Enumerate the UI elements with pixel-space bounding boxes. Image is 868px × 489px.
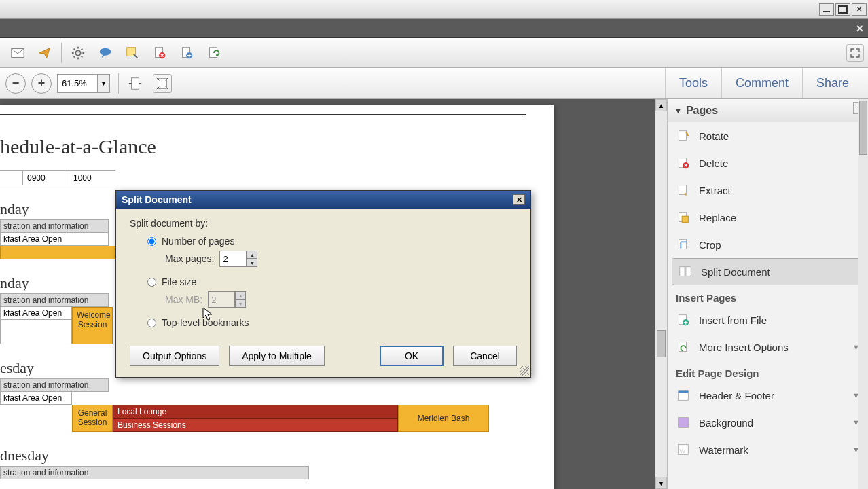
tab-close-button[interactable]: ✕ (856, 23, 864, 34)
header-footer[interactable]: Header & Footer ▼ (668, 382, 868, 409)
zoom-input[interactable] (57, 74, 98, 93)
svg-rect-16 (682, 216, 688, 222)
sched-breakfast: kfast Area Open (0, 392, 72, 405)
business-sessions-block: Business Sessions (113, 418, 398, 432)
dialog-title-label: Split Document (122, 194, 192, 205)
toolbar-separator (61, 43, 62, 63)
window-maximize-button[interactable] (835, 3, 850, 16)
time-header: 0900 (23, 171, 69, 185)
spin-up-button: ▲ (235, 291, 246, 300)
radio-filesize-label: File size (162, 276, 196, 287)
split-document-dialog: Split Document ✕ Split document by: Numb… (115, 190, 531, 378)
email-icon[interactable] (8, 43, 27, 62)
header-footer-icon (676, 388, 691, 403)
spin-down-button[interactable]: ▼ (247, 259, 257, 267)
resize-grip[interactable] (520, 366, 529, 376)
dialog-close-button[interactable]: ✕ (513, 194, 525, 205)
watermark[interactable]: W Watermark ▼ (668, 436, 868, 463)
max-mb-label: Max MB: (165, 294, 202, 305)
panel-section-pages[interactable]: ▼ Pages (668, 99, 868, 122)
zoom-out-button[interactable]: − (5, 73, 26, 94)
insert-file-icon (676, 312, 691, 327)
max-mb-input (208, 291, 235, 308)
window-minimize-button[interactable] (819, 3, 834, 16)
svg-rect-9 (132, 77, 139, 89)
zoom-in-button[interactable]: + (31, 73, 52, 94)
output-options-button[interactable]: Output Options (130, 346, 219, 366)
radio-file-size[interactable]: File size (147, 276, 517, 287)
send-icon[interactable] (35, 43, 54, 62)
background[interactable]: Background ▼ (668, 409, 868, 436)
dialog-intro-label: Split document by: (130, 218, 517, 229)
panel-section-edit-design: Edit Page Design (668, 361, 868, 382)
cancel-button[interactable]: Cancel (453, 346, 517, 366)
page-add-icon[interactable] (177, 43, 196, 62)
scroll-thumb[interactable] (859, 101, 867, 155)
pages-item-label: Background (699, 417, 753, 429)
sched-reg: stration and information (0, 219, 109, 233)
window-titlebar: ✕ (0, 0, 868, 19)
gear-icon[interactable] (69, 43, 88, 62)
fit-width-icon[interactable] (126, 74, 145, 93)
page-delete-icon[interactable] (150, 43, 169, 62)
sched-breakfast: kfast Area Open (0, 233, 109, 246)
pages-item-label: More Insert Options (699, 342, 789, 353)
time-header: 1000 (69, 171, 115, 185)
spin-down-button: ▼ (235, 300, 246, 308)
pages-item-label: Rotate (699, 130, 729, 142)
sched-reg: stration and information (0, 466, 309, 479)
radio-filesize-input[interactable] (147, 278, 156, 287)
svg-rect-19 (686, 267, 691, 276)
pages-rotate[interactable]: Rotate (668, 122, 868, 149)
split-icon (678, 264, 693, 279)
fit-page-icon[interactable] (153, 74, 172, 93)
zoom-dropdown-button[interactable]: ▾ (98, 74, 110, 93)
document-tab-strip: ✕ (0, 19, 868, 38)
insert-from-file[interactable]: Insert from File (668, 306, 868, 333)
max-pages-label: Max pages: (165, 253, 214, 264)
window-close-button[interactable]: ✕ (852, 3, 867, 16)
panel-section-label: Pages (686, 105, 718, 117)
spin-up-button[interactable]: ▲ (247, 251, 257, 259)
delete-page-icon (676, 156, 691, 170)
scroll-thumb[interactable] (657, 330, 666, 357)
sched-breakfast: kfast Area Open (0, 307, 72, 320)
tab-share[interactable]: Share (802, 68, 863, 98)
pages-item-label: Split Document (701, 266, 770, 278)
more-insert-options[interactable]: More Insert Options ▼ (668, 333, 868, 361)
pages-split-document[interactable]: Split Document (672, 258, 864, 285)
scroll-up-button[interactable]: ▲ (655, 99, 667, 111)
scroll-down-button[interactable]: ▼ (655, 477, 667, 489)
highlight-icon[interactable] (123, 43, 142, 62)
crop-icon (676, 237, 691, 252)
page-refresh-icon[interactable] (204, 43, 223, 62)
pages-replace[interactable]: Replace (668, 204, 868, 231)
svg-rect-24 (679, 391, 689, 393)
dialog-titlebar[interactable]: Split Document ✕ (116, 191, 530, 209)
apply-to-multiple-button[interactable]: Apply to Multiple (229, 346, 325, 366)
radio-bookmarks-input[interactable] (147, 319, 156, 327)
pages-crop[interactable]: Crop (668, 231, 868, 258)
fullscreen-icon[interactable] (846, 44, 864, 62)
speech-icon[interactable] (96, 43, 115, 62)
more-insert-icon (676, 340, 691, 355)
max-pages-input[interactable] (219, 251, 247, 267)
sched-reg: stration and information (0, 293, 109, 307)
pages-delete[interactable]: Delete (668, 149, 868, 177)
radio-pages-input[interactable] (147, 237, 156, 246)
day-header: dnesday (0, 447, 554, 465)
ok-button[interactable]: OK (380, 346, 444, 366)
pages-extract[interactable]: Extract (668, 177, 868, 204)
tab-comment[interactable]: Comment (721, 68, 802, 98)
tab-tools[interactable]: Tools (665, 68, 721, 98)
panel-section-insert: Insert Pages (668, 285, 868, 306)
local-lounge-block: Local Lounge (113, 405, 398, 418)
extract-icon (676, 183, 691, 198)
meridien-block: Meridien Bash (398, 405, 489, 432)
zoom-toolbar: − + ▾ Tools Comment Share (0, 68, 868, 99)
pages-item-label: Header & Footer (699, 390, 774, 401)
svg-rect-25 (679, 418, 689, 428)
panel-scrollbar[interactable] (858, 99, 868, 489)
document-scrollbar[interactable]: ▲ ▼ (655, 99, 667, 489)
radio-number-of-pages[interactable]: Number of pages (147, 236, 517, 247)
